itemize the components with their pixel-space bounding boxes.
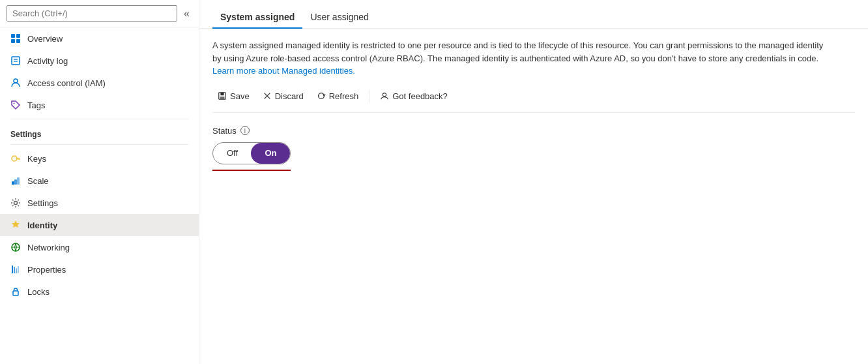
collapse-button[interactable]: « (181, 7, 192, 21)
discard-button[interactable]: Discard (257, 88, 309, 104)
nav-item-scale[interactable]: Scale (0, 170, 199, 192)
nav-label-locks: Locks (27, 287, 50, 297)
svg-point-16 (14, 202, 18, 205)
nav-item-networking[interactable]: Networking (0, 236, 199, 258)
networking-icon (10, 242, 21, 252)
search-input[interactable] (7, 5, 177, 22)
svg-rect-3 (16, 39, 20, 43)
svg-rect-1 (16, 34, 20, 38)
nav-label-activity-log: Activity log (27, 56, 68, 66)
nav-label-settings: Settings (27, 198, 58, 208)
description-text: A system assigned managed identity is re… (212, 39, 832, 78)
svg-rect-20 (14, 267, 15, 273)
save-button[interactable]: Save (212, 88, 255, 104)
nav-label-keys: Keys (27, 154, 46, 164)
nav-label-properties: Properties (27, 265, 66, 275)
nav-item-properties[interactable]: Properties (0, 258, 199, 281)
nav-label-networking: Networking (27, 243, 70, 252)
svg-rect-19 (12, 265, 13, 273)
content-area: A system assigned managed identity is re… (199, 29, 868, 181)
svg-rect-15 (17, 177, 20, 185)
svg-rect-2 (11, 39, 15, 43)
nav-item-iam[interactable]: Access control (IAM) (0, 72, 199, 94)
toggle-on-option[interactable]: On (252, 142, 290, 164)
svg-point-8 (14, 103, 15, 104)
nav-item-locks[interactable]: Locks (0, 281, 199, 303)
toolbar: Save Discard Refresh (212, 88, 855, 113)
svg-rect-0 (11, 34, 15, 38)
svg-rect-21 (16, 268, 17, 273)
toggle-off-option[interactable]: Off (213, 142, 252, 164)
scale-icon (10, 175, 21, 186)
svg-rect-23 (13, 291, 18, 296)
nav-label-scale: Scale (27, 176, 49, 186)
overview-icon (10, 33, 21, 44)
svg-rect-26 (220, 97, 225, 99)
sidebar: « Overview Activity log (0, 0, 199, 364)
svg-rect-13 (12, 181, 14, 185)
svg-rect-4 (12, 57, 20, 65)
status-section: Status i Off On (212, 126, 855, 171)
search-box: « (0, 0, 199, 27)
status-info-icon[interactable]: i (240, 126, 250, 135)
nav-item-overview[interactable]: Overview (0, 27, 199, 50)
identity-icon (10, 220, 21, 230)
refresh-icon (317, 91, 326, 100)
settings-section-header: Settings (0, 122, 199, 142)
refresh-button[interactable]: Refresh (311, 88, 364, 104)
settings-icon (10, 198, 21, 208)
svg-point-9 (12, 156, 17, 161)
nav-label-iam: Access control (IAM) (27, 78, 106, 88)
svg-rect-25 (220, 93, 224, 95)
main-content: System assigned User assigned A system a… (199, 0, 868, 364)
svg-rect-22 (18, 266, 19, 273)
tab-user-assigned[interactable]: User assigned (302, 7, 377, 29)
learn-more-link[interactable]: Learn more about Managed identities. (212, 66, 355, 76)
keys-icon (10, 153, 21, 164)
nav-item-tags[interactable]: Tags (0, 94, 199, 116)
save-icon (218, 91, 227, 100)
iam-icon (10, 78, 21, 88)
locks-icon (10, 286, 21, 297)
activity-log-icon (10, 55, 21, 66)
nav-label-overview: Overview (27, 34, 63, 44)
nav-label-tags: Tags (27, 100, 45, 110)
toggle-wrapper: Off On (212, 142, 291, 171)
toggle-underline (212, 170, 291, 171)
status-label-row: Status i (212, 126, 855, 136)
feedback-icon (380, 91, 389, 100)
settings-divider2 (10, 144, 188, 145)
nav-item-settings[interactable]: Settings (0, 192, 199, 214)
settings-divider (10, 119, 188, 119)
feedback-button[interactable]: Got feedback? (375, 88, 453, 104)
svg-point-7 (14, 79, 18, 83)
tab-system-assigned[interactable]: System assigned (212, 7, 302, 29)
nav-item-identity[interactable]: Identity (0, 214, 199, 236)
tabs-bar: System assigned User assigned (199, 0, 868, 29)
svg-point-29 (383, 93, 386, 97)
discard-icon (263, 91, 272, 100)
tags-icon (10, 100, 21, 110)
nav-label-identity: Identity (27, 220, 57, 230)
status-toggle[interactable]: Off On (212, 142, 291, 164)
toolbar-separator (369, 89, 369, 102)
nav-item-activity-log[interactable]: Activity log (0, 50, 199, 72)
nav-item-keys[interactable]: Keys (0, 147, 199, 170)
properties-icon (10, 264, 21, 275)
svg-rect-14 (14, 179, 17, 185)
